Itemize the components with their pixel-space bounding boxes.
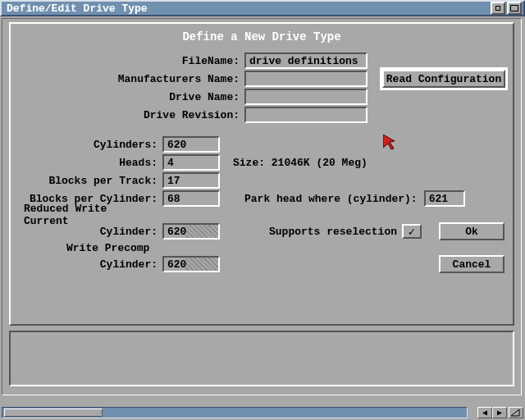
cyl-label: Cylinders: [11, 139, 162, 151]
filename-field[interactable]: drive definitions [244, 52, 368, 69]
mfr-field[interactable] [244, 71, 368, 87]
cyl-field[interactable]: 620 [162, 136, 220, 153]
scroll-right-icon[interactable]: ▶ [492, 407, 507, 418]
depth-gadget[interactable] [491, 2, 505, 15]
heads-label: Heads: [11, 157, 162, 169]
park-label: Park head where (cylinder): [244, 193, 418, 205]
bpc-field[interactable]: 68 [162, 190, 220, 207]
size-text: Size: 21046K (20 Meg) [233, 157, 368, 169]
resel-checkbox[interactable]: ✓ [402, 224, 422, 239]
resel-label: Supports reselection [269, 226, 397, 238]
rev-label: Drive Revision: [11, 109, 244, 121]
zoom-gadget[interactable] [507, 2, 522, 15]
scroll-left-icon[interactable]: ◀ [477, 407, 492, 418]
lower-panel [9, 331, 514, 386]
filename-label: FileName: [11, 55, 244, 67]
main-panel: Define a New Drive Type FileName: drive … [9, 22, 514, 326]
rev-field[interactable] [244, 107, 368, 123]
window-title: Define/Edit Drive Type [7, 2, 148, 15]
panel-heading: Define a New Drive Type [11, 24, 513, 52]
size-gadget[interactable] [509, 407, 523, 418]
drivename-label: Drive Name: [11, 91, 244, 103]
rwc-field[interactable]: 620 [162, 223, 220, 240]
titlebar-sys [491, 2, 522, 15]
bpt-field[interactable]: 17 [162, 172, 220, 189]
drivename-field[interactable] [244, 89, 368, 105]
client-area: Define a New Drive Type FileName: drive … [2, 18, 522, 395]
rwc-label2: Cylinder: [11, 226, 162, 238]
wp-label2: Cylinder: [11, 258, 162, 271]
park-field[interactable]: 621 [424, 190, 465, 207]
heads-field[interactable]: 4 [162, 154, 220, 171]
rwc-label1: Reduced Write Current [11, 203, 162, 227]
mfr-label: Manufacturers Name: [11, 73, 244, 85]
wp-field[interactable]: 620 [162, 256, 220, 272]
bpt-label: Blocks per Track: [11, 175, 162, 187]
read-config-button[interactable]: Read Configuration [382, 70, 505, 88]
wp-label1: Write Precomp [11, 242, 162, 254]
h-scroll-thumb[interactable] [4, 409, 103, 417]
ok-button[interactable]: Ok [439, 222, 504, 240]
titlebar[interactable]: Define/Edit Drive Type [0, 0, 525, 16]
h-scrollbar[interactable] [2, 407, 468, 418]
window: Define/Edit Drive Type Define a New Driv… [0, 0, 525, 420]
cancel-button[interactable]: Cancel [439, 255, 504, 273]
